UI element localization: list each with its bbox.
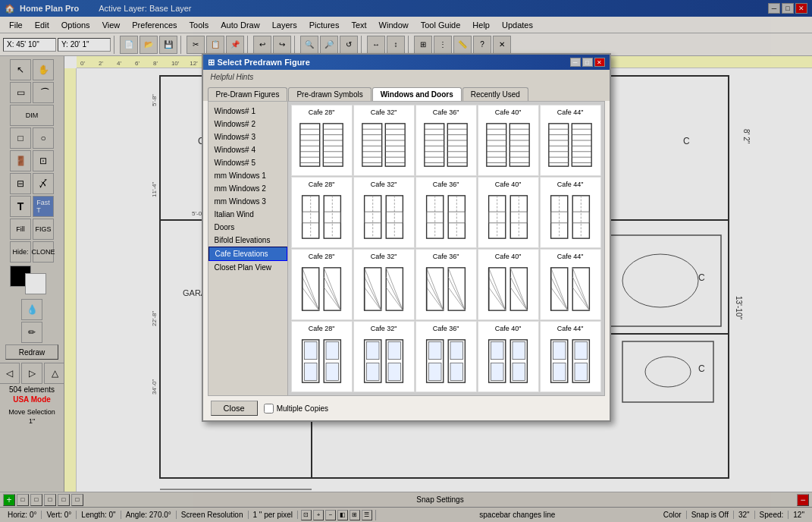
figure-image-8: [481, 190, 535, 244]
figure-cell-19[interactable]: Cafe 44": [540, 321, 601, 392]
modal-overlay: ⊞ Select Predrawn Figure ─ □ ✕ Helpful H…: [0, 0, 812, 522]
figure-image-0: [294, 118, 349, 172]
figure-image-10: [294, 262, 349, 316]
tab-windows-doors[interactable]: Windows and Doors: [372, 87, 462, 101]
figure-label-9: Cafe 44": [557, 181, 584, 188]
tab-predrawn-figures[interactable]: Pre-Drawn Figures: [208, 87, 288, 101]
category-item-7[interactable]: mm Windows 3: [208, 195, 287, 208]
svg-rect-212: [513, 363, 525, 380]
category-item-11[interactable]: Cafe Elevations: [208, 247, 287, 261]
svg-rect-204: [428, 363, 441, 380]
figure-label-16: Cafe 32": [371, 325, 397, 332]
figure-cell-0[interactable]: Cafe 28": [291, 105, 353, 176]
figure-cell-3[interactable]: Cafe 40": [478, 105, 539, 176]
figure-cell-5[interactable]: Cafe 28": [291, 177, 353, 248]
category-item-0[interactable]: Windows# 1: [208, 105, 287, 118]
figure-label-19: Cafe 44": [557, 325, 584, 332]
category-item-12[interactable]: Closet Plan View: [208, 261, 287, 274]
dialog-body: Windows# 1Windows# 2Windows# 3Windows# 4…: [208, 101, 605, 396]
figure-label-8: Cafe 40": [495, 181, 522, 188]
svg-rect-82: [487, 124, 506, 166]
category-item-8[interactable]: Italian Wind: [208, 208, 287, 221]
dialog-icon: ⊞: [208, 58, 215, 68]
multiple-copies-checkbox[interactable]: [264, 404, 274, 414]
figure-image-11: [356, 262, 411, 316]
dialog: ⊞ Select Predrawn Figure ─ □ ✕ Helpful H…: [202, 53, 611, 422]
svg-rect-205: [450, 342, 463, 360]
dialog-maximize[interactable]: □: [582, 58, 593, 67]
dialog-close-btn[interactable]: ✕: [594, 58, 605, 67]
figure-cell-14[interactable]: Cafe 44": [540, 249, 601, 320]
figure-image-7: [419, 190, 473, 244]
figure-image-13: [481, 262, 535, 316]
figure-label-0: Cafe 28": [309, 108, 335, 116]
figure-image-14: [543, 262, 597, 316]
figure-label-5: Cafe 28": [309, 181, 335, 188]
figure-cell-4[interactable]: Cafe 44": [540, 105, 601, 176]
svg-rect-34: [300, 124, 320, 166]
svg-rect-194: [326, 363, 339, 380]
figure-cell-10[interactable]: Cafe 28": [291, 249, 353, 320]
figure-image-15: [294, 334, 349, 388]
svg-rect-211: [513, 342, 525, 360]
svg-rect-200: [388, 363, 401, 380]
figure-cell-15[interactable]: Cafe 28": [291, 321, 353, 392]
figure-cell-12[interactable]: Cafe 36": [415, 249, 477, 320]
category-item-4[interactable]: Windows# 5: [208, 156, 287, 169]
svg-rect-192: [304, 363, 317, 380]
figure-image-6: [356, 190, 411, 244]
figure-image-3: [481, 118, 535, 172]
figure-label-4: Cafe 44": [557, 108, 584, 116]
category-item-2[interactable]: Windows# 3: [208, 130, 287, 143]
svg-rect-199: [388, 342, 401, 360]
figure-image-5: [294, 190, 349, 244]
figure-cell-17[interactable]: Cafe 36": [415, 321, 477, 392]
dialog-title: Select Predrawn Figure: [218, 58, 310, 67]
figure-cell-16[interactable]: Cafe 32": [353, 321, 415, 392]
svg-rect-209: [491, 342, 503, 360]
category-item-1[interactable]: Windows# 2: [208, 118, 287, 130]
figure-cell-7[interactable]: Cafe 36": [415, 177, 477, 248]
figure-image-16: [356, 334, 411, 388]
figure-label-3: Cafe 40": [495, 108, 522, 116]
svg-rect-217: [575, 342, 588, 360]
svg-rect-67: [447, 124, 467, 166]
figure-cell-6[interactable]: Cafe 32": [353, 177, 415, 248]
figure-cell-8[interactable]: Cafe 40": [478, 177, 539, 248]
category-item-5[interactable]: mm Windows 1: [208, 169, 287, 182]
figure-cell-9[interactable]: Cafe 44": [540, 177, 601, 248]
figure-image-2: [419, 118, 473, 172]
category-item-9[interactable]: Doors: [208, 221, 287, 234]
svg-rect-218: [575, 363, 588, 380]
category-item-3[interactable]: Windows# 4: [208, 143, 287, 156]
category-item-6[interactable]: mm Windows 2: [208, 182, 287, 195]
figure-label-10: Cafe 28": [309, 253, 335, 260]
figure-label-13: Cafe 40": [495, 253, 522, 260]
figure-label-17: Cafe 36": [433, 325, 459, 332]
dialog-minimize[interactable]: ─: [570, 58, 581, 67]
figure-label-15: Cafe 28": [309, 325, 335, 332]
figure-cell-18[interactable]: Cafe 40": [478, 321, 539, 392]
svg-rect-215: [553, 342, 566, 360]
svg-rect-198: [366, 363, 379, 380]
dialog-footer: Close Multiple Copies: [203, 396, 610, 420]
svg-rect-50: [362, 124, 382, 166]
close-dialog-button[interactable]: Close: [211, 401, 258, 416]
figure-label-1: Cafe 32": [371, 108, 397, 116]
tab-recently-used[interactable]: Recently Used: [462, 87, 528, 101]
figure-cell-1[interactable]: Cafe 32": [353, 105, 415, 176]
svg-rect-98: [549, 124, 569, 166]
figure-cell-13[interactable]: Cafe 40": [478, 249, 539, 320]
svg-rect-203: [428, 342, 441, 360]
figure-image-12: [419, 262, 473, 316]
figure-cell-2[interactable]: Cafe 36": [415, 105, 477, 176]
figure-image-19: [543, 334, 597, 388]
figure-image-18: [481, 334, 535, 388]
figure-image-17: [419, 334, 473, 388]
category-item-10[interactable]: Bifold Elevations: [208, 234, 287, 247]
multiple-copies-option: Multiple Copies: [264, 404, 328, 414]
figure-cell-11[interactable]: Cafe 32": [353, 249, 415, 320]
svg-rect-206: [450, 363, 463, 380]
figure-label-7: Cafe 36": [433, 181, 459, 188]
tab-predrawn-symbols[interactable]: Pre-drawn Symbols: [288, 87, 371, 101]
